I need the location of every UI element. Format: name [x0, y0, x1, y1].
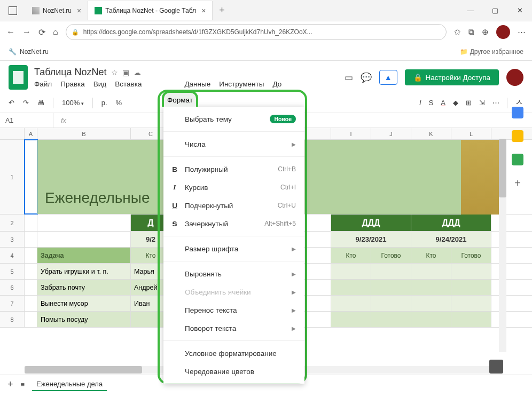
row-header[interactable]: 8: [0, 312, 25, 327]
menu-item-conditional[interactable]: Условное форматирование: [163, 344, 304, 362]
cell[interactable]: [25, 296, 37, 311]
cell[interactable]: [451, 264, 491, 279]
home-button[interactable]: ⌂: [53, 27, 58, 37]
favorite-button[interactable]: ✩: [454, 27, 461, 37]
menu-item-theme[interactable]: Выбрать темуНовое: [163, 110, 304, 128]
row-header[interactable]: 3: [0, 232, 25, 247]
add-addon-icon[interactable]: +: [512, 177, 523, 189]
newtab-button[interactable]: +: [213, 5, 231, 16]
collections-icon[interactable]: ⊕: [482, 27, 489, 37]
merge-icon[interactable]: ⇲: [479, 99, 485, 107]
row-header[interactable]: 1: [0, 140, 25, 214]
menu-item-bold[interactable]: BПолужирныйCtrl+B: [163, 160, 304, 178]
browser-tab[interactable]: Таблица NozNet - Google Табл ×: [88, 1, 213, 20]
fillcolor-icon[interactable]: ◆: [453, 99, 458, 107]
sheets-logo-icon[interactable]: [9, 65, 28, 90]
cell[interactable]: [411, 312, 451, 327]
row-header[interactable]: 6: [0, 280, 25, 295]
keep-icon[interactable]: [512, 130, 523, 142]
reload-button[interactable]: ⟳: [38, 27, 45, 37]
undo-button[interactable]: ↶: [9, 99, 14, 107]
cell[interactable]: [371, 296, 411, 311]
cell[interactable]: [371, 312, 411, 327]
menu-item-fontsize[interactable]: Размер шрифта▶: [163, 240, 304, 258]
col-header[interactable]: I: [331, 128, 371, 139]
row-header[interactable]: 4: [0, 248, 25, 263]
more-icon[interactable]: ⋯: [492, 99, 499, 107]
move-icon[interactable]: ▣: [122, 68, 129, 77]
star-icon[interactable]: ☆: [111, 68, 118, 77]
cell[interactable]: [451, 296, 491, 311]
cell[interactable]: [331, 312, 371, 327]
menu-item-rotate[interactable]: Поворот текста▶: [163, 319, 304, 337]
col-header[interactable]: L: [451, 128, 491, 139]
cell[interactable]: [331, 264, 371, 279]
back-button[interactable]: ←: [6, 27, 15, 37]
cell[interactable]: [451, 280, 491, 295]
menu-file[interactable]: Файл: [34, 80, 52, 88]
history-icon[interactable]: ▭: [345, 72, 353, 83]
cell[interactable]: [25, 248, 37, 263]
done-header[interactable]: Готово: [371, 248, 411, 263]
cell[interactable]: [331, 280, 371, 295]
col-header[interactable]: B: [37, 128, 131, 139]
cell[interactable]: [451, 312, 491, 327]
tasks-icon[interactable]: [512, 154, 523, 165]
menu-item-alternating[interactable]: Чередование цветов: [163, 362, 304, 380]
borders-icon[interactable]: ⊞: [466, 99, 472, 107]
day-header[interactable]: ДДД: [411, 215, 491, 231]
cell-a1[interactable]: [25, 140, 37, 214]
task-cell[interactable]: Вынести мусор: [37, 296, 131, 311]
vertical-scrollbar[interactable]: [499, 139, 506, 352]
task-cell[interactable]: Забрать почту: [37, 280, 131, 295]
account-avatar[interactable]: [506, 69, 523, 86]
who-header[interactable]: Кто: [411, 248, 451, 263]
browser-tab[interactable]: NozNet.ru ×: [26, 1, 88, 20]
strike-button[interactable]: S: [429, 99, 434, 107]
menu-view[interactable]: Вид: [93, 80, 106, 88]
menu-icon[interactable]: ⋯: [518, 27, 526, 37]
row-header[interactable]: 2: [0, 215, 25, 231]
date-header[interactable]: 9/23/2021: [331, 232, 411, 247]
menu-item-italic[interactable]: IКурсивCtrl+I: [163, 178, 304, 196]
task-header[interactable]: Задача: [37, 248, 131, 263]
menu-tools[interactable]: Инструменты: [219, 80, 264, 88]
textcolor-button[interactable]: A: [441, 99, 445, 107]
task-cell[interactable]: Убрать игрушки и т. п.: [37, 264, 131, 279]
menu-format-highlighted[interactable]: Формат: [162, 91, 198, 107]
row-header[interactable]: 7: [0, 296, 25, 311]
calendar-icon[interactable]: [512, 107, 523, 118]
cell[interactable]: [25, 280, 37, 295]
all-sheets-button[interactable]: ≡: [21, 380, 25, 388]
present-button[interactable]: ▲: [379, 70, 397, 85]
close-button[interactable]: ✕: [507, 0, 532, 21]
percent-button[interactable]: %: [116, 99, 122, 107]
col-header[interactable]: K: [411, 128, 451, 139]
close-icon[interactable]: ×: [201, 6, 206, 15]
currency-button[interactable]: р.: [101, 99, 107, 107]
who-header[interactable]: Кто: [331, 248, 371, 263]
cell[interactable]: [371, 264, 411, 279]
cell[interactable]: [331, 296, 371, 311]
share-button[interactable]: 🔒 Настройки Доступа: [405, 69, 499, 85]
date-header[interactable]: 9/24/2021: [411, 232, 491, 247]
menu-data[interactable]: Данные: [184, 80, 210, 88]
print-button[interactable]: 🖶: [37, 99, 44, 107]
url-field[interactable]: 🔒 https://docs.google.com/spreadsheets/d…: [66, 24, 447, 40]
cell[interactable]: [37, 215, 131, 231]
italic-button[interactable]: I: [419, 99, 421, 107]
tracking-icon[interactable]: ⧉: [468, 27, 474, 37]
done-header[interactable]: Готово: [451, 248, 491, 263]
maximize-button[interactable]: ▢: [483, 0, 507, 21]
redo-button[interactable]: ↷: [23, 99, 29, 107]
cloud-icon[interactable]: ☁: [134, 68, 141, 77]
cell[interactable]: [25, 232, 37, 247]
menu-addons[interactable]: До: [272, 80, 281, 88]
cell[interactable]: [25, 215, 37, 231]
bookmark-link[interactable]: NozNet.ru: [20, 48, 49, 55]
zoom-select[interactable]: 100%: [62, 99, 84, 107]
menu-item-numbers[interactable]: Числа▶: [163, 135, 304, 153]
explore-button[interactable]: [489, 360, 503, 374]
menu-item-align[interactable]: Выровнять▶: [163, 265, 304, 283]
select-all-corner[interactable]: [0, 128, 25, 139]
